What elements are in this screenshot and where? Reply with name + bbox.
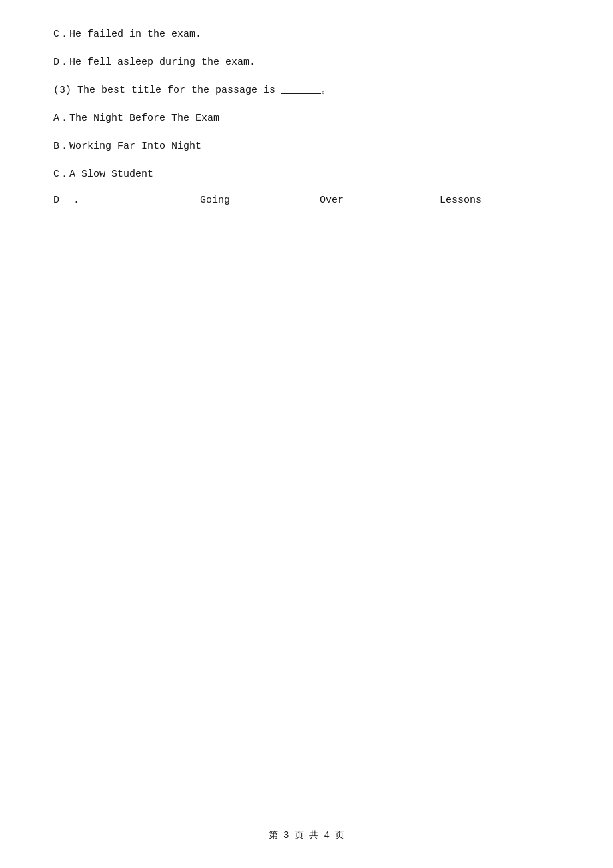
option-a: A．The Night Before The Exam — [53, 111, 560, 127]
option-b: B．Working Far Into Night — [53, 139, 560, 155]
option-d-dot: . — [73, 195, 200, 206]
option-c-failed: C．He failed in the exam. — [53, 27, 560, 43]
option-d-lessons: Lessons — [440, 195, 482, 206]
option-d-asleep: D．He fell asleep during the exam. — [53, 55, 560, 71]
option-c: C．A Slow Student — [53, 167, 560, 183]
option-d-row: D . Going Over Lessons — [53, 195, 560, 206]
option-d-over: Over — [320, 195, 440, 206]
question-3-blank — [281, 93, 321, 94]
question-3: (3) The best title for the passage is 。 — [53, 83, 560, 99]
option-d-going: Going — [200, 195, 320, 206]
question-3-text: (3) The best title for the passage is — [53, 85, 275, 96]
footer: 第 3 页 共 4 页 — [0, 829, 613, 841]
option-d-label: D — [53, 195, 73, 206]
footer-text: 第 3 页 共 4 页 — [269, 830, 345, 841]
